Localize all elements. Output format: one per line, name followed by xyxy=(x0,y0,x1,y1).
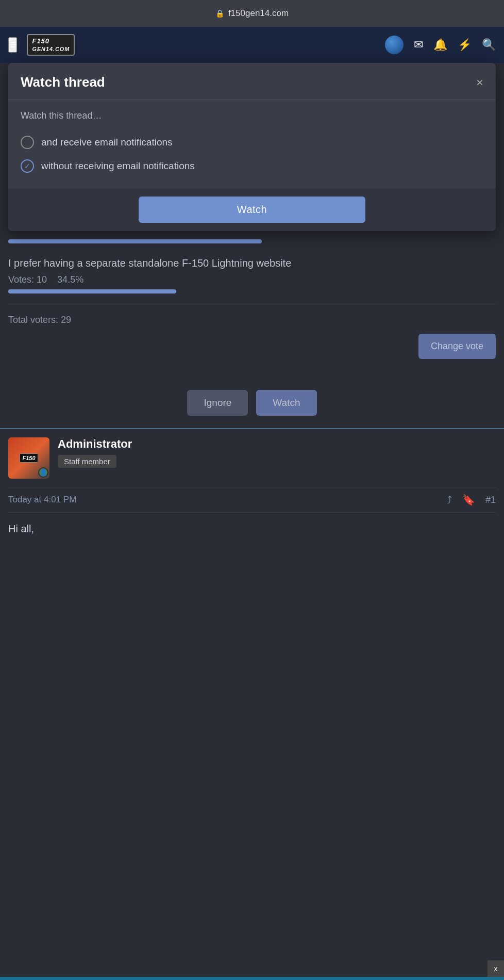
modal-footer: Watch xyxy=(8,188,496,231)
bottom-bar xyxy=(0,977,504,980)
ignore-button[interactable]: Ignore xyxy=(187,390,248,416)
radio-no-email[interactable]: without receiving email notifications xyxy=(21,154,483,178)
bell-icon[interactable]: 🔔 xyxy=(433,38,447,52)
votes-count: 10 xyxy=(37,274,47,285)
watch-thread-modal: Watch thread × Watch this thread… and re… xyxy=(8,63,496,231)
radio-no-email-label: without receiving email notifications xyxy=(41,160,195,172)
post-actions: ⤴ 🔖 #1 xyxy=(447,494,496,506)
radio-no-email-circle[interactable] xyxy=(21,159,34,173)
radio-email-circle[interactable] xyxy=(21,136,34,149)
poster-info: Administrator Staff member xyxy=(58,437,496,468)
nav-bar: ≡ F150GEN14.COM ✉ 🔔 ⚡ 🔍 xyxy=(0,27,504,63)
total-voters-count: 29 xyxy=(61,315,71,325)
modal-close-button[interactable]: × xyxy=(476,76,483,89)
modal-header: Watch thread × xyxy=(8,63,496,100)
post-number: #1 xyxy=(485,495,496,505)
votes-label: Votes: xyxy=(8,274,34,285)
search-icon[interactable]: 🔍 xyxy=(482,38,496,52)
address-bar: 🔒 f150gen14.com xyxy=(0,0,504,27)
total-voters: Total voters: 29 xyxy=(8,315,496,325)
poster-name[interactable]: Administrator xyxy=(58,437,496,451)
lightning-icon[interactable]: ⚡ xyxy=(458,38,472,52)
online-icon: 👤 xyxy=(40,469,47,476)
modal-title: Watch thread xyxy=(21,74,105,90)
avatar-logo: F150 xyxy=(20,453,38,463)
radio-email-label: and receive email notifications xyxy=(41,137,173,148)
thread-action-buttons: Ignore Watch xyxy=(0,378,504,428)
poll-option: I prefer having a separate standalone F-… xyxy=(8,256,496,293)
poll-votes: Votes: 10 34.5% xyxy=(8,274,496,285)
change-vote-button[interactable]: Change vote xyxy=(418,334,496,359)
hamburger-menu[interactable]: ≡ xyxy=(8,37,17,53)
modal-subtitle: Watch this thread… xyxy=(21,110,483,121)
share-icon[interactable]: ⤴ xyxy=(447,494,452,506)
total-voters-label: Total voters: xyxy=(8,315,58,325)
nav-icons: ✉ 🔔 ⚡ 🔍 xyxy=(385,36,496,54)
progress-bar-short xyxy=(8,289,176,293)
lock-icon: 🔒 xyxy=(215,9,224,18)
staff-badge: Staff member xyxy=(58,455,116,468)
mail-icon[interactable]: ✉ xyxy=(414,38,423,52)
post-header: F150 👤 Administrator Staff member xyxy=(8,437,496,479)
poll-option-text: I prefer having a separate standalone F-… xyxy=(8,256,496,270)
progress-bar-top xyxy=(8,239,262,243)
change-vote-container: Change vote xyxy=(8,334,496,369)
logo-badge: F150GEN14.COM xyxy=(27,34,75,56)
votes-percent: 34.5% xyxy=(57,274,83,285)
online-indicator: 👤 xyxy=(38,467,48,478)
post-section: F150 👤 Administrator Staff member Today … xyxy=(0,429,504,545)
page-content: I prefer having a separate standalone F-… xyxy=(0,231,504,378)
url-text: f150gen14.com xyxy=(228,8,289,19)
poll-divider xyxy=(8,304,496,304)
radio-email[interactable]: and receive email notifications xyxy=(21,130,483,154)
post-meta: Today at 4:01 PM ⤴ 🔖 #1 xyxy=(8,487,496,513)
site-logo[interactable]: F150GEN14.COM xyxy=(25,34,77,56)
avatar-container: F150 👤 xyxy=(8,437,49,479)
thread-watch-button[interactable]: Watch xyxy=(256,390,316,416)
watch-button[interactable]: Watch xyxy=(139,197,365,223)
post-body: Hi all, xyxy=(8,521,496,536)
modal-body: Watch this thread… and receive email not… xyxy=(8,100,496,188)
post-time: Today at 4:01 PM xyxy=(8,495,76,505)
close-corner-button[interactable]: x xyxy=(488,960,504,977)
bookmark-icon[interactable]: 🔖 xyxy=(462,494,475,506)
globe-icon[interactable] xyxy=(385,36,404,54)
